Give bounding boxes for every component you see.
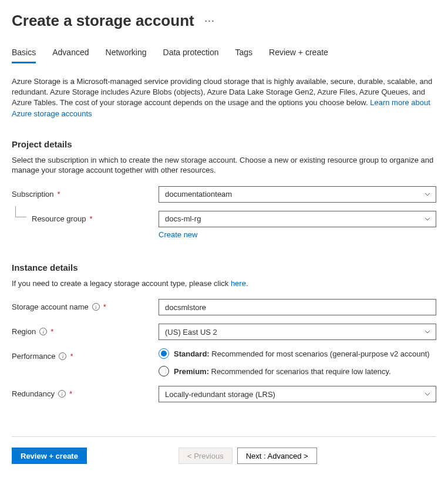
- performance-label: Performance i *: [12, 348, 159, 361]
- subscription-select[interactable]: documentationteam: [159, 186, 436, 203]
- chevron-down-icon: [424, 328, 431, 335]
- review-create-button[interactable]: Review + create: [12, 448, 87, 464]
- region-label: Region i *: [12, 324, 159, 336]
- legacy-here-link[interactable]: here: [231, 279, 246, 288]
- divider: [12, 436, 436, 437]
- storage-name-row: Storage account name i * docsmlstore: [12, 299, 436, 315]
- resource-group-select[interactable]: docs-ml-rg: [159, 211, 436, 227]
- tabs: Basics Advanced Networking Data protecti…: [12, 45, 436, 63]
- info-icon[interactable]: i: [59, 352, 66, 360]
- performance-standard-radio[interactable]: Standard: Recommended for most scenarios…: [159, 348, 436, 359]
- required-indicator: *: [58, 190, 60, 199]
- intro-body: Azure Storage is a Microsoft-managed ser…: [12, 77, 432, 107]
- redundancy-select[interactable]: Locally-redundant storage (LRS): [159, 386, 436, 402]
- subscription-row: Subscription * documentationteam: [12, 186, 436, 203]
- resource-group-value: docs-ml-rg: [165, 214, 201, 223]
- tab-review-create[interactable]: Review + create: [269, 45, 328, 63]
- tab-data-protection[interactable]: Data protection: [163, 45, 219, 63]
- resource-group-label: Resource group *: [12, 211, 159, 223]
- subscription-value: documentationteam: [165, 190, 232, 199]
- create-new-link[interactable]: Create new: [159, 230, 197, 239]
- redundancy-label: Redundancy i *: [12, 386, 159, 398]
- storage-name-label: Storage account name i *: [12, 299, 159, 311]
- page-title: Create a storage account ···: [12, 12, 436, 30]
- resource-group-row: Resource group * docs-ml-rg Create new: [12, 211, 436, 239]
- previous-button: < Previous: [178, 448, 233, 464]
- info-icon[interactable]: i: [58, 390, 66, 398]
- redundancy-row: Redundancy i * Locally-redundant storage…: [12, 386, 436, 402]
- next-button[interactable]: Next : Advanced >: [237, 448, 317, 464]
- redundancy-value: Locally-redundant storage (LRS): [165, 390, 275, 399]
- required-indicator: *: [103, 302, 106, 311]
- region-row: Region i * (US) East US 2: [12, 324, 436, 340]
- project-details-desc: Select the subscription in which to crea…: [12, 155, 436, 176]
- region-select[interactable]: (US) East US 2: [159, 324, 436, 340]
- more-actions-icon[interactable]: ···: [205, 16, 215, 26]
- required-indicator: *: [90, 214, 93, 223]
- info-icon[interactable]: i: [92, 303, 100, 311]
- tab-advanced[interactable]: Advanced: [52, 45, 89, 63]
- chevron-down-icon: [424, 216, 431, 223]
- required-indicator: *: [70, 352, 73, 361]
- subscription-label: Subscription *: [12, 186, 159, 199]
- tab-tags[interactable]: Tags: [235, 45, 253, 63]
- chevron-down-icon: [424, 391, 431, 398]
- storage-name-value: docsmlstore: [165, 303, 206, 312]
- region-value: (US) East US 2: [165, 328, 217, 337]
- intro-text: Azure Storage is a Microsoft-managed ser…: [12, 76, 436, 119]
- radio-icon: [159, 366, 169, 376]
- instance-details-heading: Instance details: [12, 263, 436, 273]
- performance-row: Performance i * Standard: Recommended fo…: [12, 348, 436, 379]
- storage-name-input[interactable]: docsmlstore: [159, 299, 436, 315]
- required-indicator: *: [50, 327, 53, 336]
- required-indicator: *: [69, 389, 72, 398]
- chevron-down-icon: [424, 191, 431, 198]
- radio-icon: [159, 348, 169, 359]
- performance-premium-radio[interactable]: Premium: Recommended for scenarios that …: [159, 366, 436, 376]
- info-icon[interactable]: i: [39, 328, 47, 335]
- tab-basics[interactable]: Basics: [12, 45, 36, 63]
- instance-details-desc: If you need to create a legacy storage a…: [12, 278, 436, 289]
- page-title-text: Create a storage account: [12, 12, 194, 30]
- tab-networking[interactable]: Networking: [106, 45, 147, 63]
- footer: Review + create < Previous Next : Advanc…: [12, 448, 436, 464]
- project-details-heading: Project details: [12, 139, 436, 149]
